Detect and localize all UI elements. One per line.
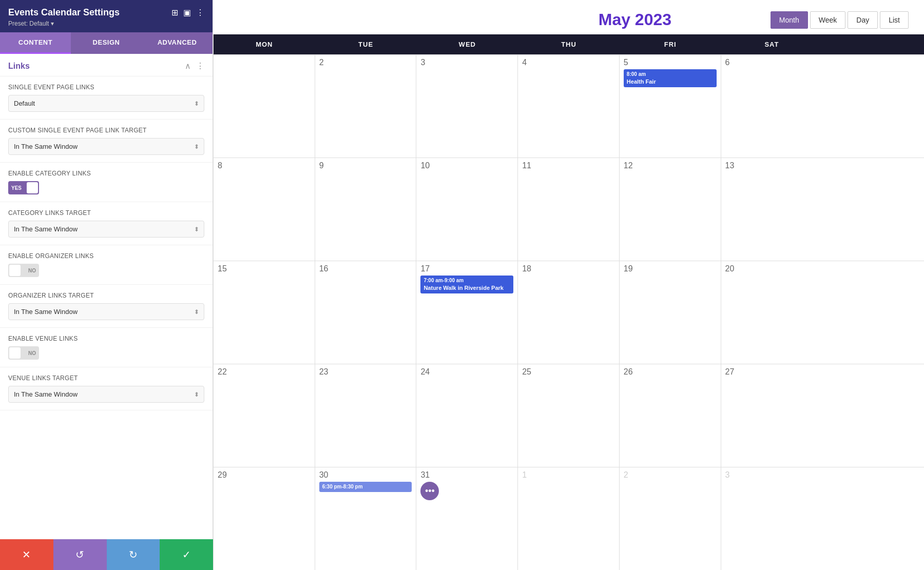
event-time: 8:00 am	[627, 71, 714, 78]
panel-content: Links ∧ ⋮ Single Event Page Links Defaul…	[0, 54, 213, 570]
enable-category-toggle[interactable]: YES	[8, 181, 39, 194]
cell-date: 8	[218, 161, 311, 170]
venue-links-target-select[interactable]: In The Same Window In A New Window	[8, 386, 204, 403]
calendar-header: May 2023 Month Week Day List	[213, 0, 924, 34]
calendar-cell-june2: 2	[620, 467, 721, 570]
panel-title: Events Calendar Settings	[8, 7, 120, 18]
enable-organizer-links-group: Enable Organizer Links NO	[0, 245, 213, 285]
toggle-on-label: YES	[11, 185, 22, 191]
tab-content[interactable]: Content	[0, 32, 71, 54]
save-icon: ✓	[182, 548, 191, 561]
undo-button[interactable]: ↺	[53, 539, 107, 570]
enable-venue-toggle[interactable]: NO	[8, 346, 39, 360]
section-more-icon[interactable]: ⋮	[196, 61, 204, 71]
cell-date: 16	[319, 264, 412, 273]
calendar-cell-may29: 29	[214, 467, 315, 570]
enable-venue-toggle-row: NO	[8, 346, 204, 360]
event-nature-walk[interactable]: 7:00 am-9:00 am Nature Walk in Riverside…	[420, 276, 513, 293]
cell-date: 29	[218, 470, 311, 480]
cell-date: 6	[725, 58, 819, 67]
cell-date: 18	[522, 264, 615, 273]
calendar-cell-may22: 22	[214, 364, 315, 467]
custom-single-event-select[interactable]: In The Same Window In A New Window	[8, 138, 204, 155]
calendar-cell-may12: 12	[620, 158, 721, 261]
calendar-cell-may13: 13	[721, 158, 823, 261]
cancel-button[interactable]: ✕	[0, 539, 53, 570]
organizer-links-target-select-wrapper: In The Same Window In A New Window	[8, 303, 204, 320]
cell-date: 2	[319, 58, 412, 67]
day-header-wed: WED	[416, 34, 518, 54]
calendar-cell-may19: 19	[620, 261, 721, 364]
redo-button[interactable]: ↻	[107, 539, 160, 570]
calendar-cell-may11: 11	[518, 158, 620, 261]
event-june-630[interactable]: 6:30 pm-8:30 pm	[319, 482, 412, 492]
view-buttons: Month Week Day List	[771, 11, 909, 29]
organizer-links-target-select[interactable]: In The Same Window In A New Window	[8, 303, 204, 320]
more-events-button[interactable]: •••	[420, 482, 439, 500]
panel-header: Events Calendar Settings ⊞ ▣ ⋮ Preset: D…	[0, 0, 213, 32]
venue-links-target-group: Venue Links Target In The Same Window In…	[0, 367, 213, 410]
toggle-knob	[27, 182, 38, 193]
calendar-title: May 2023	[499, 10, 771, 29]
tab-advanced[interactable]: Advanced	[142, 32, 213, 54]
cell-date: 22	[218, 367, 311, 377]
category-links-target-group: Category Links Target In The Same Window…	[0, 202, 213, 245]
event-health-fair[interactable]: 8:00 am Health Fair	[624, 69, 717, 87]
cancel-icon: ✕	[22, 548, 31, 561]
event-time: 7:00 am-9:00 am	[424, 277, 510, 284]
cell-date: 3	[420, 58, 513, 67]
calendar-cell-may15: 15	[214, 261, 315, 364]
event-time: 6:30 pm-8:30 pm	[322, 483, 409, 490]
section-header-icons: ∧ ⋮	[185, 61, 204, 71]
single-event-select[interactable]: Default Custom	[8, 95, 204, 112]
single-event-label: Single Event Page Links	[8, 84, 204, 91]
category-links-target-select[interactable]: In The Same Window In A New Window	[8, 221, 204, 238]
calendar-week-1: 2 3 4 5 8:00 am Health Fair 6	[214, 54, 924, 158]
panel-preset[interactable]: Preset: Default ▾	[8, 20, 204, 27]
panel-header-icons: ⊞ ▣ ⋮	[171, 8, 204, 17]
cell-date: 3	[725, 470, 819, 480]
view-list-button[interactable]: List	[880, 11, 909, 29]
event-name: Nature Walk in Riverside Park	[424, 284, 510, 292]
calendar-cell-may2: 2	[315, 55, 417, 158]
tab-design[interactable]: Design	[71, 32, 142, 54]
calendar-week-3: 15 16 17 7:00 am-9:00 am Nature Walk in …	[214, 261, 924, 364]
single-event-page-links-group: Single Event Page Links Default Custom	[0, 76, 213, 120]
calendar-cell-may17: 17 7:00 am-9:00 am Nature Walk in Rivers…	[416, 261, 518, 364]
calendar-cell-may16: 16	[315, 261, 417, 364]
links-section-title: Links	[8, 62, 30, 71]
enable-organizer-links-label: Enable Organizer Links	[8, 252, 204, 260]
calendar-cell-may6: 6	[721, 55, 823, 158]
cell-date: 17	[420, 264, 513, 273]
day-header-sat: SAT	[721, 34, 823, 54]
cell-date: 15	[218, 264, 311, 273]
view-month-button[interactable]: Month	[771, 11, 808, 29]
more-options-icon[interactable]: ⋮	[196, 8, 204, 17]
enable-organizer-toggle-row: NO	[8, 264, 204, 277]
more-events-icon: •••	[425, 486, 435, 497]
cell-date: 23	[319, 367, 412, 377]
calendar-cell-may25: 25	[518, 364, 620, 467]
view-day-button[interactable]: Day	[848, 11, 878, 29]
toggle-off-label-venue: NO	[28, 350, 36, 356]
calendar-week-5: 29 30 6:30 pm-8:30 pm 31 ••• 1	[214, 467, 924, 570]
view-week-button[interactable]: Week	[810, 11, 846, 29]
calendar-cell-may26: 26	[620, 364, 721, 467]
save-button[interactable]: ✓	[160, 539, 213, 570]
calendar-week-2: 8 9 10 11 12 13	[214, 158, 924, 261]
calendar-cell-may10: 10	[416, 158, 518, 261]
calendar-cell-may27: 27	[721, 364, 823, 467]
enable-organizer-toggle[interactable]: NO	[8, 264, 39, 277]
enable-venue-links-label: Enable Venue Links	[8, 335, 204, 342]
layout-icon[interactable]: ▣	[183, 8, 191, 17]
panel-tabs: Content Design Advanced	[0, 32, 213, 54]
cell-date: 4	[522, 58, 615, 67]
bottom-bar: ✕ ↺ ↻ ✓	[0, 539, 213, 570]
venue-links-target-label: Venue Links Target	[8, 375, 204, 382]
expand-icon[interactable]: ⊞	[171, 8, 178, 17]
custom-single-event-group: Custom Single Event Page Link Target In …	[0, 120, 213, 163]
cell-date: 13	[725, 161, 819, 170]
calendar-week-4: 22 23 24 25 26 27	[214, 364, 924, 467]
collapse-icon[interactable]: ∧	[185, 61, 191, 71]
calendar-cell-june1: 1	[518, 467, 620, 570]
